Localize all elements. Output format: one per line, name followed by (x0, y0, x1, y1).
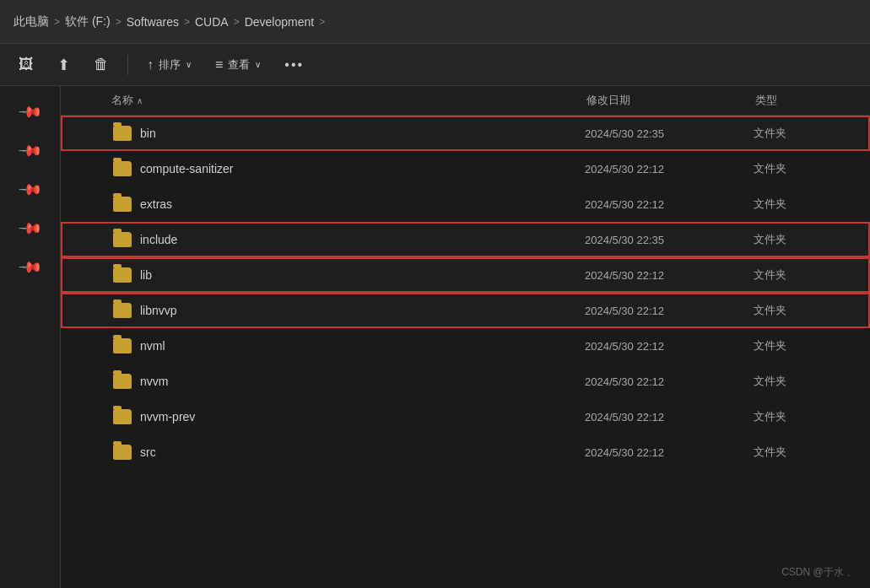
breadcrumb-sep-0: > (54, 16, 60, 28)
breadcrumb-sep-4: > (319, 16, 325, 28)
sidebar-pin-0[interactable]: 📌 (17, 99, 43, 125)
breadcrumb-item-4[interactable]: Development > (245, 15, 331, 29)
sort-label: 排序 (159, 57, 181, 73)
file-name-cell: src (113, 445, 585, 460)
sort-button[interactable]: ↑ 排序 ∨ (138, 52, 200, 78)
file-name-label: lib (140, 268, 152, 282)
file-name-label: src (140, 445, 156, 459)
file-name-cell: bin (113, 126, 585, 141)
breadcrumb-item-3[interactable]: CUDA > (195, 15, 245, 29)
file-row[interactable]: nvvm-prev2024/5/30 22:12文件夹 (61, 399, 870, 434)
file-name-cell: nvvm (113, 374, 585, 389)
file-type-label: 文件夹 (754, 303, 855, 318)
sidebar-pin-1[interactable]: 📌 (17, 138, 43, 164)
file-type-label: 文件夹 (754, 232, 855, 247)
toolbar: 🖼 ⬆ 🗑 ↑ 排序 ∨ ≡ 查看 ∨ ••• (0, 44, 870, 86)
file-modified-label: 2024/5/30 22:12 (585, 340, 754, 353)
breadcrumb-sep-2: > (184, 16, 190, 28)
toolbar-share-btn[interactable]: ⬆ (49, 51, 78, 79)
file-name-label: extras (140, 197, 172, 211)
sidebar: 📌 📌 📌 📌 📌 (0, 86, 61, 588)
file-rows-container: bin2024/5/30 22:35文件夹compute-sanitizer20… (61, 116, 870, 470)
col-type-header: 类型 (755, 93, 856, 108)
more-icon: ••• (284, 57, 304, 73)
file-row[interactable]: compute-sanitizer2024/5/30 22:12文件夹 (61, 151, 870, 186)
folder-icon (113, 303, 132, 318)
file-name-label: nvml (140, 339, 165, 353)
file-name-label: nvvm (140, 375, 168, 388)
sidebar-pin-4[interactable]: 📌 (17, 254, 43, 280)
col-name-label: 名称 (111, 93, 133, 108)
file-modified-label: 2024/5/30 22:35 (585, 127, 754, 140)
file-name-cell: compute-sanitizer (113, 161, 585, 176)
file-type-label: 文件夹 (754, 445, 855, 460)
watermark-text: CSDN @于水 、 (781, 566, 856, 578)
folder-icon (113, 338, 132, 353)
col-sort-icon: ∧ (137, 96, 143, 105)
toolbar-icon-btn-0[interactable]: 🖼 (10, 51, 42, 78)
file-modified-label: 2024/5/30 22:35 (585, 234, 754, 246)
file-area: 名称 ∧ 修改日期 类型 bin2024/5/30 22:35文件夹comput… (61, 86, 870, 588)
file-name-cell: extras (113, 197, 585, 212)
delete-icon: 🗑 (94, 56, 109, 73)
file-name-label: include (140, 233, 177, 246)
folder-icon (113, 445, 132, 460)
file-row[interactable]: nvml2024/5/30 22:12文件夹 (61, 328, 870, 364)
breadcrumb-label-0: 此电脑 (14, 14, 49, 30)
col-name-header[interactable]: 名称 ∧ (111, 93, 586, 108)
file-row[interactable]: lib2024/5/30 22:12文件夹 (61, 257, 870, 293)
folder-icon (113, 374, 132, 389)
file-type-label: 文件夹 (754, 338, 855, 353)
breadcrumb-label-1: 软件 (F:) (65, 14, 111, 30)
file-type-label: 文件夹 (754, 374, 855, 389)
folder-icon (113, 197, 132, 212)
folder-icon (113, 267, 132, 283)
file-name-label: nvvm-prev (140, 410, 195, 423)
toolbar-separator (127, 55, 128, 75)
file-modified-label: 2024/5/30 22:12 (585, 269, 754, 282)
file-type-label: 文件夹 (754, 197, 855, 212)
file-name-cell: lib (113, 267, 585, 283)
file-row[interactable]: src2024/5/30 22:12文件夹 (61, 434, 870, 470)
col-modified-header: 修改日期 (586, 93, 755, 108)
breadcrumb-bar: 此电脑 > 软件 (F:) > Softwares > CUDA > Devel… (0, 0, 870, 44)
file-type-label: 文件夹 (754, 161, 855, 176)
toolbar-delete-btn[interactable]: 🗑 (85, 51, 117, 78)
view-icon: ≡ (215, 57, 223, 73)
sidebar-pin-2[interactable]: 📌 (17, 176, 43, 202)
file-modified-label: 2024/5/30 22:12 (585, 411, 754, 423)
breadcrumb-label-4: Development (245, 15, 315, 29)
breadcrumb-label-2: Softwares (127, 15, 179, 29)
column-header: 名称 ∧ 修改日期 类型 (61, 86, 870, 116)
file-row[interactable]: extras2024/5/30 22:12文件夹 (61, 186, 870, 222)
file-name-label: bin (140, 127, 156, 140)
file-row[interactable]: nvvm2024/5/30 22:12文件夹 (61, 364, 870, 399)
file-name-label: libnvvp (140, 304, 177, 317)
watermark: CSDN @于水 、 (781, 565, 856, 580)
more-button[interactable]: ••• (276, 52, 312, 78)
breadcrumb-item-1[interactable]: 软件 (F:) > (65, 14, 127, 30)
file-row[interactable]: bin2024/5/30 22:35文件夹 (61, 116, 870, 151)
sidebar-pin-3[interactable]: 📌 (17, 215, 43, 241)
folder-icon (113, 409, 132, 424)
file-modified-label: 2024/5/30 22:12 (585, 198, 754, 211)
file-row[interactable]: libnvvp2024/5/30 22:12文件夹 (61, 293, 870, 328)
breadcrumb-sep-3: > (234, 16, 240, 28)
breadcrumb-item-2[interactable]: Softwares > (127, 15, 195, 29)
folder-icon (113, 126, 132, 141)
breadcrumb-sep-1: > (116, 16, 122, 28)
view-chevron-icon: ∨ (255, 60, 261, 69)
file-type-label: 文件夹 (754, 126, 855, 141)
file-type-label: 文件夹 (754, 267, 855, 283)
file-modified-label: 2024/5/30 22:12 (585, 446, 754, 459)
file-modified-label: 2024/5/30 22:12 (585, 305, 754, 317)
file-modified-label: 2024/5/30 22:12 (585, 163, 754, 175)
file-row[interactable]: include2024/5/30 22:35文件夹 (61, 222, 870, 257)
file-type-label: 文件夹 (754, 409, 855, 424)
breadcrumb-item-0[interactable]: 此电脑 > (14, 14, 65, 30)
view-label: 查看 (228, 57, 250, 73)
file-name-cell: nvvm-prev (113, 409, 585, 424)
view-button[interactable]: ≡ 查看 ∨ (207, 52, 269, 78)
file-name-cell: libnvvp (113, 303, 585, 318)
main-area: 📌 📌 📌 📌 📌 名称 ∧ 修改日期 类型 bin2024/5/30 22:3… (0, 86, 870, 588)
